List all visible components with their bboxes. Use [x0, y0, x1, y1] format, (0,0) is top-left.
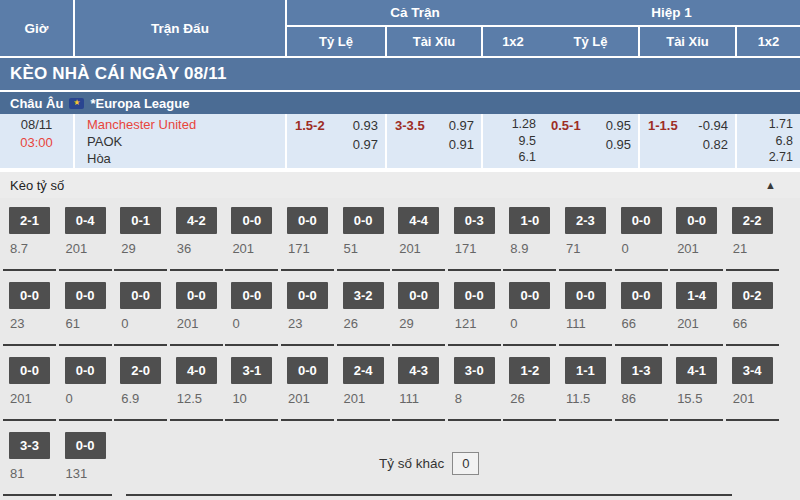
score-cell[interactable]: 1-226	[503, 357, 556, 421]
score-cell[interactable]: 3-4201	[726, 357, 779, 421]
score-cell[interactable]: 1-111.5	[559, 357, 612, 421]
other-score-input[interactable]	[452, 452, 479, 475]
score-cell[interactable]: 0-0111	[559, 282, 612, 346]
score-box[interactable]: 2-4	[343, 357, 384, 384]
score-cell[interactable]: 0-0201	[3, 357, 56, 421]
score-cell[interactable]: 0-0201	[225, 207, 278, 271]
score-cell[interactable]: 3-110	[225, 357, 278, 421]
full-ou-over-odds[interactable]: 0.97	[449, 116, 474, 135]
score-box[interactable]: 0-2	[732, 282, 773, 309]
score-box[interactable]: 0-0	[120, 282, 161, 309]
score-box[interactable]: 0-0	[65, 357, 106, 384]
score-box[interactable]: 0-0	[565, 282, 606, 309]
half-1x2-draw[interactable]: 2.71	[737, 149, 793, 166]
score-box[interactable]: 0-0	[287, 207, 328, 234]
half-1x2-away[interactable]: 6.8	[737, 133, 793, 150]
half-handicap-away-odds[interactable]: 0.95	[606, 135, 631, 154]
score-cell[interactable]: 0-029	[392, 282, 445, 346]
score-cell[interactable]: 1-08.9	[503, 207, 556, 271]
score-box[interactable]: 2-0	[120, 357, 161, 384]
score-cell[interactable]: 1-386	[615, 357, 668, 421]
half-handicap-cell[interactable]: 0.5-1 0.95 0.95	[543, 114, 640, 168]
score-box[interactable]: 0-0	[398, 282, 439, 309]
score-box[interactable]: 1-2	[509, 357, 550, 384]
score-cell[interactable]: 0-00	[225, 282, 278, 346]
score-box[interactable]: 0-1	[120, 207, 161, 234]
score-cell[interactable]: 3-226	[337, 282, 390, 346]
score-cell[interactable]: 0-4201	[59, 207, 112, 271]
score-cell[interactable]: 4-012.5	[170, 357, 223, 421]
score-cell[interactable]: 0-129	[114, 207, 167, 271]
score-box[interactable]: 1-0	[509, 207, 550, 234]
score-box[interactable]: 0-0	[231, 282, 272, 309]
score-cell[interactable]: 0-0201	[670, 207, 723, 271]
full-ou-under-odds[interactable]: 0.91	[449, 135, 474, 154]
score-box[interactable]: 2-2	[732, 207, 773, 234]
half-ou-under-odds[interactable]: 0.82	[703, 135, 728, 154]
score-cell[interactable]: 2-18.7	[3, 207, 56, 271]
score-box[interactable]: 0-0	[676, 207, 717, 234]
full-handicap-away-odds[interactable]: 0.97	[353, 135, 378, 154]
score-cell[interactable]: 2-221	[726, 207, 779, 271]
score-box[interactable]: 0-0	[509, 282, 550, 309]
score-box[interactable]: 3-1	[231, 357, 272, 384]
score-cell[interactable]: 0-023	[3, 282, 56, 346]
score-cell[interactable]: 0-051	[337, 207, 390, 271]
score-box[interactable]: 3-0	[454, 357, 495, 384]
score-cell[interactable]: 0-0121	[448, 282, 501, 346]
score-box[interactable]: 0-0	[65, 432, 106, 459]
score-cell[interactable]: 0-066	[615, 282, 668, 346]
half-1x2-cell[interactable]: 1.71 6.8 2.71	[737, 114, 800, 168]
score-box[interactable]: 4-2	[176, 207, 217, 234]
correct-score-header[interactable]: Kèo tỷ số ▲	[0, 172, 800, 198]
full-handicap-cell[interactable]: 1.5-2 0.93 0.97	[287, 114, 387, 168]
score-box[interactable]: 4-4	[398, 207, 439, 234]
score-box[interactable]: 4-1	[676, 357, 717, 384]
score-box[interactable]: 1-4	[676, 282, 717, 309]
score-cell[interactable]: 4-4201	[392, 207, 445, 271]
score-cell[interactable]: 0-3171	[448, 207, 501, 271]
score-cell[interactable]: 4-115.5	[670, 357, 723, 421]
collapse-icon[interactable]: ▲	[765, 179, 776, 191]
score-cell[interactable]: 0-00	[503, 282, 556, 346]
score-box[interactable]: 1-1	[565, 357, 606, 384]
score-box[interactable]: 3-4	[732, 357, 773, 384]
score-cell[interactable]: 0-061	[59, 282, 112, 346]
score-box[interactable]: 0-3	[454, 207, 495, 234]
score-cell[interactable]: 3-08	[448, 357, 501, 421]
full-1x2-away[interactable]: 9.5	[483, 133, 536, 150]
score-cell[interactable]: 2-4201	[337, 357, 390, 421]
score-cell[interactable]: 0-00	[615, 207, 668, 271]
away-team[interactable]: PAOK	[87, 133, 285, 150]
score-cell[interactable]: 0-00	[59, 357, 112, 421]
score-cell[interactable]: 0-266	[726, 282, 779, 346]
score-cell[interactable]: 4-3111	[392, 357, 445, 421]
score-box[interactable]: 0-0	[231, 207, 272, 234]
score-box[interactable]: 4-0	[176, 357, 217, 384]
score-cell[interactable]: 3-381	[3, 432, 56, 496]
score-box[interactable]: 0-4	[65, 207, 106, 234]
home-team-link[interactable]: Manchester United	[87, 116, 285, 133]
score-box[interactable]: 2-1	[9, 207, 50, 234]
score-cell[interactable]: 0-0201	[281, 357, 334, 421]
score-cell[interactable]: 2-06.9	[114, 357, 167, 421]
score-box[interactable]: 1-3	[621, 357, 662, 384]
score-box[interactable]: 0-0	[9, 282, 50, 309]
score-box[interactable]: 0-0	[454, 282, 495, 309]
half-handicap-home-odds[interactable]: 0.95	[606, 116, 631, 135]
full-overunder-cell[interactable]: 3-3.5 0.97 0.91	[387, 114, 483, 168]
score-cell[interactable]: 0-023	[281, 282, 334, 346]
score-cell[interactable]: 2-371	[559, 207, 612, 271]
score-cell[interactable]: 0-0201	[170, 282, 223, 346]
score-box[interactable]: 4-3	[398, 357, 439, 384]
score-box[interactable]: 3-2	[343, 282, 384, 309]
score-cell[interactable]: 0-00	[114, 282, 167, 346]
full-1x2-draw[interactable]: 6.1	[483, 149, 536, 166]
half-ou-over-odds[interactable]: -0.94	[698, 116, 728, 135]
score-box[interactable]: 0-0	[621, 207, 662, 234]
score-box[interactable]: 0-0	[621, 282, 662, 309]
league-bar[interactable]: Châu Âu ★ *Europa League	[0, 90, 800, 114]
score-box[interactable]: 3-3	[9, 432, 50, 459]
score-box[interactable]: 2-3	[565, 207, 606, 234]
score-box[interactable]: 0-0	[176, 282, 217, 309]
